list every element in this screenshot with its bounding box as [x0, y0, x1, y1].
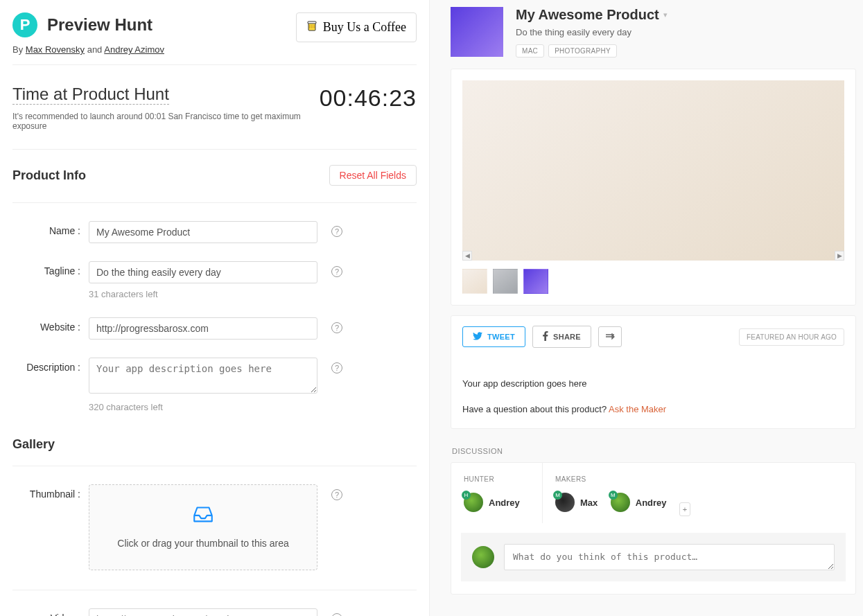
tag-mac[interactable]: MAC: [516, 44, 544, 58]
website-row: Website : ?: [12, 317, 417, 340]
hunter-col: HUNTER H Andrey: [461, 463, 543, 523]
tagline-input-wrap: 31 characters left: [89, 261, 317, 299]
product-meta: My Awesome Product ▾ Do the thing easily…: [516, 7, 668, 58]
gallery-next-button[interactable]: ▶: [835, 251, 844, 261]
timer-value: 00:46:23: [320, 85, 417, 112]
discussion-card: HUNTER H Andrey MAKERS M Max M Andrey: [451, 462, 856, 595]
gallery-thumb-3[interactable]: [523, 269, 548, 294]
tagline-input[interactable]: [89, 261, 317, 283]
maker-person[interactable]: M Max: [555, 493, 598, 512]
description-label: Description :: [12, 358, 89, 373]
makers-label: MAKERS: [555, 475, 835, 483]
product-thumbnail: [451, 7, 503, 57]
gallery-thumb-1[interactable]: [462, 269, 487, 294]
coffee-label: Buy Us a Coffee: [323, 20, 406, 35]
product-tagline: Do the thing easily every day: [516, 27, 668, 37]
website-input-wrap: [89, 317, 317, 340]
left-pane[interactable]: P Preview Hunt By Max Rovensky and Andre…: [0, 0, 430, 616]
author-link-2[interactable]: Andrey Azimov: [104, 44, 164, 55]
divider: [12, 590, 417, 590]
action-buttons: TWEET SHARE FEATURED AN HOUR AGO: [462, 326, 844, 348]
thumbnail-label: Thumbnail :: [12, 484, 89, 500]
maker-badge-icon: M: [553, 491, 562, 500]
tagline-chars-left: 31 characters left: [89, 289, 317, 299]
logo-icon: P: [12, 12, 37, 37]
tweet-label: TWEET: [487, 333, 515, 341]
comment-input[interactable]: [504, 544, 835, 570]
featured-badge: FEATURED AN HOUR AGO: [739, 328, 844, 346]
timer-subtitle: It's recommended to launch around 00:01 …: [12, 112, 320, 131]
makers-col: MAKERS M Max M Andrey +: [543, 463, 846, 523]
gallery-head: Gallery: [12, 437, 417, 466]
thumbnail-dropzone[interactable]: Click or drag your thumbnail to this are…: [89, 484, 317, 570]
byline: By Max Rovensky and Andrey Azimov: [12, 44, 164, 55]
dropzone-text: Click or drag your thumbnail to this are…: [96, 538, 310, 549]
help-icon[interactable]: ?: [331, 266, 342, 277]
website-input[interactable]: [89, 317, 317, 340]
maker-name: Andrey: [636, 498, 667, 508]
right-pane: My Awesome Product ▾ Do the thing easily…: [430, 0, 863, 616]
video-input[interactable]: [89, 608, 317, 616]
add-maker-button[interactable]: +: [679, 502, 690, 516]
name-input-wrap: [89, 221, 317, 243]
avatar: [472, 546, 494, 568]
share-button[interactable]: SHARE: [532, 326, 591, 348]
help-icon[interactable]: ?: [331, 613, 342, 616]
name-label: Name :: [12, 221, 89, 236]
app-root: P Preview Hunt By Max Rovensky and Andre…: [0, 0, 863, 616]
gallery-image: [462, 80, 844, 261]
description-input-wrap: 320 characters left: [89, 358, 317, 412]
reset-all-button[interactable]: Reset All Fields: [329, 165, 417, 186]
product-title: My Awesome Product: [516, 7, 659, 23]
name-input[interactable]: [89, 221, 317, 243]
gallery-thumb-2[interactable]: [493, 269, 518, 294]
description-row: Description : 320 characters left ?: [12, 358, 417, 412]
tagline-row: Tagline : 31 characters left ?: [12, 261, 417, 299]
maker-badge-icon: M: [609, 491, 618, 500]
help-icon[interactable]: ?: [331, 362, 342, 373]
chevron-down-icon[interactable]: ▾: [663, 10, 668, 19]
thumbnail-input-wrap: Click or drag your thumbnail to this are…: [89, 484, 317, 570]
coffee-icon: [306, 19, 317, 36]
hunter-person[interactable]: H Andrey: [464, 493, 520, 512]
embed-icon: [605, 332, 615, 342]
timer-title[interactable]: Time at Product Hunt: [12, 85, 169, 105]
ask-question: Have a question about this product? Ask …: [462, 404, 844, 414]
share-label: SHARE: [553, 333, 581, 341]
tweet-button[interactable]: TWEET: [462, 326, 525, 347]
hunter-badge-icon: H: [462, 491, 471, 500]
people-row: HUNTER H Andrey MAKERS M Max M Andrey: [461, 463, 846, 523]
product-header: My Awesome Product ▾ Do the thing easily…: [451, 7, 856, 58]
hunter-label: HUNTER: [464, 475, 531, 483]
gallery-prev-button[interactable]: ◀: [462, 251, 472, 261]
header-left: P Preview Hunt By Max Rovensky and Andre…: [12, 12, 164, 55]
description-chars-left: 320 characters left: [89, 402, 317, 412]
logo-row: P Preview Hunt: [12, 12, 164, 37]
help-icon[interactable]: ?: [331, 322, 342, 333]
ask-prefix: Have a question about this product?: [462, 404, 609, 414]
header: P Preview Hunt By Max Rovensky and Andre…: [12, 12, 417, 65]
maker-person[interactable]: M Andrey: [611, 493, 667, 512]
app-title: Preview Hunt: [47, 15, 152, 35]
inbox-icon: [96, 502, 310, 528]
buy-coffee-button[interactable]: Buy Us a Coffee: [296, 12, 417, 42]
help-icon[interactable]: ?: [331, 226, 342, 237]
video-label: Video :: [12, 608, 89, 616]
author-link-1[interactable]: Max Rovensky: [26, 44, 85, 55]
product-info-head: Product Info Reset All Fields: [12, 165, 417, 203]
product-tags: MAC PHOTOGRAPHY: [516, 44, 668, 58]
embed-button[interactable]: [598, 326, 622, 347]
facebook-icon: [543, 331, 548, 342]
name-row: Name : ?: [12, 221, 417, 243]
twitter-icon: [473, 332, 482, 342]
avatar: M: [611, 493, 630, 512]
description-input[interactable]: [89, 358, 317, 394]
ask-maker-link[interactable]: Ask the Maker: [609, 404, 666, 414]
help-icon[interactable]: ?: [331, 489, 342, 500]
tag-photography[interactable]: PHOTOGRAPHY: [548, 44, 617, 58]
comment-box: [461, 533, 846, 581]
timer-block: Time at Product Hunt It's recommended to…: [12, 85, 417, 150]
video-input-wrap: [89, 608, 317, 616]
gallery-card: ◀ ▶: [451, 69, 856, 306]
discussion-label: DISCUSSION: [452, 447, 856, 455]
